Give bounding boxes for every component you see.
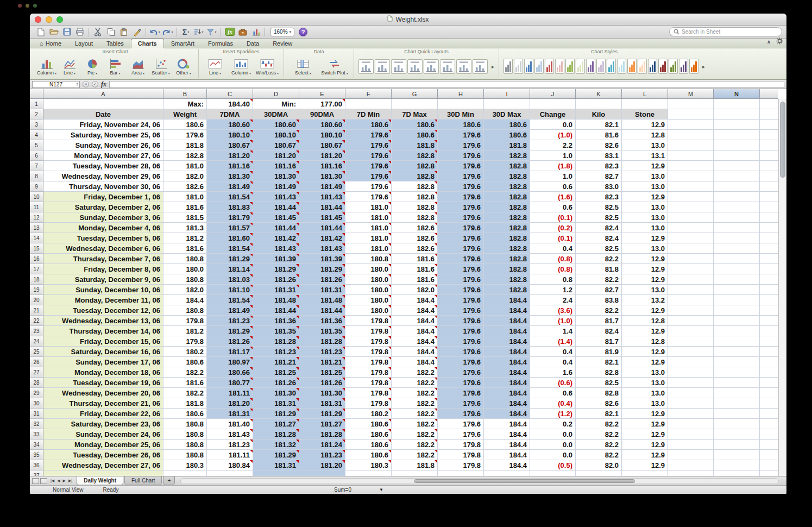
cell[interactable]: 13.0: [622, 285, 668, 295]
cell[interactable]: 179.6: [345, 171, 392, 181]
cell[interactable]: [43, 99, 163, 109]
cell[interactable]: 82.0: [576, 460, 622, 470]
cell[interactable]: Tuesday, December 19, 06: [43, 378, 163, 388]
cell[interactable]: [668, 429, 714, 440]
cell[interactable]: 13.0: [622, 140, 668, 150]
cell[interactable]: [714, 450, 760, 460]
cell[interactable]: 181.27: [253, 419, 299, 429]
cell[interactable]: (1.2): [530, 409, 576, 419]
cell[interactable]: 181.45: [253, 212, 299, 223]
cell[interactable]: 181.26: [253, 274, 299, 285]
cell[interactable]: [576, 99, 622, 109]
cell[interactable]: [484, 470, 530, 476]
cell[interactable]: [668, 470, 714, 476]
cell[interactable]: 182.8: [484, 192, 530, 202]
cell[interactable]: 179.6: [438, 295, 484, 305]
cell[interactable]: [714, 409, 760, 419]
cell[interactable]: 181.49: [299, 181, 345, 192]
cell[interactable]: (0.8): [530, 264, 576, 274]
cell[interactable]: 0.2: [530, 419, 576, 429]
ribbon-item-column[interactable]: Column▾: [36, 57, 57, 76]
cell[interactable]: Friday, December 15, 06: [43, 336, 163, 347]
cell[interactable]: 181.23: [299, 450, 345, 460]
cell[interactable]: 179.6: [438, 254, 484, 264]
cell[interactable]: [668, 326, 714, 336]
column-header-d[interactable]: D: [253, 89, 299, 99]
cell[interactable]: [668, 450, 714, 460]
ribbon-item-area[interactable]: Area▾: [128, 57, 148, 76]
cell[interactable]: 180.0: [345, 264, 392, 274]
cell[interactable]: 184.4: [392, 347, 438, 357]
cell[interactable]: [530, 470, 576, 476]
cell[interactable]: 182.2: [392, 367, 438, 378]
cut-button[interactable]: [92, 26, 104, 38]
cell[interactable]: 184.4: [484, 357, 530, 367]
cell[interactable]: (1.0): [530, 130, 576, 140]
cell[interactable]: Date: [43, 109, 163, 120]
row-header-27[interactable]: 27: [30, 367, 43, 378]
row-header-31[interactable]: 31: [30, 409, 43, 419]
column-header-b[interactable]: B: [163, 89, 207, 99]
cell[interactable]: 181.45: [299, 212, 345, 223]
cell[interactable]: 181.26: [299, 274, 345, 285]
cell[interactable]: 181.28: [299, 429, 345, 440]
cell[interactable]: 181.57: [207, 223, 253, 233]
cell[interactable]: 82.6: [576, 140, 622, 150]
cell[interactable]: 182.6: [392, 233, 438, 243]
cell[interactable]: Wednesday, December 27, 06: [43, 460, 163, 470]
cell[interactable]: [43, 470, 163, 476]
chart-style-thumbnail[interactable]: [658, 59, 668, 74]
cell[interactable]: 182.8: [392, 171, 438, 181]
cell[interactable]: 12.8: [622, 336, 668, 347]
cell[interactable]: 181.23: [207, 316, 253, 326]
cell[interactable]: [392, 99, 438, 109]
cell[interactable]: 181.43: [207, 429, 253, 440]
redo-button[interactable]: ▾: [162, 26, 174, 38]
cell[interactable]: 184.4: [484, 419, 530, 429]
cell[interactable]: 181.43: [299, 243, 345, 254]
cell[interactable]: 180.6: [345, 429, 392, 440]
cell[interactable]: 181.2: [163, 233, 207, 243]
cell[interactable]: 182.8: [163, 150, 207, 161]
chart-layout-thumbnail[interactable]: [473, 59, 488, 74]
cell[interactable]: 181.54: [207, 295, 253, 305]
cell[interactable]: [668, 316, 714, 326]
close-button[interactable]: [35, 16, 41, 23]
save-button[interactable]: [61, 26, 73, 38]
cell[interactable]: (3.6): [530, 305, 576, 316]
chart-layout-thumbnail[interactable]: [424, 59, 439, 74]
cell[interactable]: 179.8: [345, 357, 392, 367]
cell[interactable]: 182.2: [392, 419, 438, 429]
cell[interactable]: 181.29: [299, 264, 345, 274]
cell[interactable]: 82.2: [576, 254, 622, 264]
cell[interactable]: 82.1: [576, 409, 622, 419]
cell[interactable]: [530, 99, 576, 109]
cell[interactable]: 180.3: [345, 460, 392, 470]
cell[interactable]: [714, 460, 760, 470]
cell[interactable]: 180.67: [207, 140, 253, 150]
cell[interactable]: 181.10: [207, 285, 253, 295]
cell[interactable]: [622, 470, 668, 476]
cell[interactable]: 82.1: [576, 357, 622, 367]
cell[interactable]: 180.8: [163, 440, 207, 450]
cell[interactable]: Saturday, November 25, 06: [43, 130, 163, 140]
row-header-15[interactable]: 15: [30, 243, 43, 254]
ribbon-item-other[interactable]: Other▾: [173, 57, 194, 76]
cell[interactable]: 181.20: [299, 460, 345, 470]
cell[interactable]: 181.25: [299, 367, 345, 378]
cell[interactable]: 181.35: [253, 326, 299, 336]
cell[interactable]: [622, 99, 668, 109]
cell[interactable]: 184.4: [392, 316, 438, 326]
cell[interactable]: 179.6: [345, 192, 392, 202]
cell[interactable]: [668, 295, 714, 305]
cell[interactable]: 182.2: [392, 398, 438, 409]
cell[interactable]: 181.23: [299, 347, 345, 357]
cell[interactable]: 12.9: [622, 305, 668, 316]
cell[interactable]: 179.8: [345, 388, 392, 398]
cell[interactable]: 181.39: [299, 254, 345, 264]
cell[interactable]: [714, 254, 760, 264]
cell[interactable]: Stone: [622, 109, 668, 120]
cell[interactable]: 1.4: [530, 326, 576, 336]
cell[interactable]: [714, 130, 760, 140]
cell[interactable]: Thursday, November 30, 06: [43, 181, 163, 192]
